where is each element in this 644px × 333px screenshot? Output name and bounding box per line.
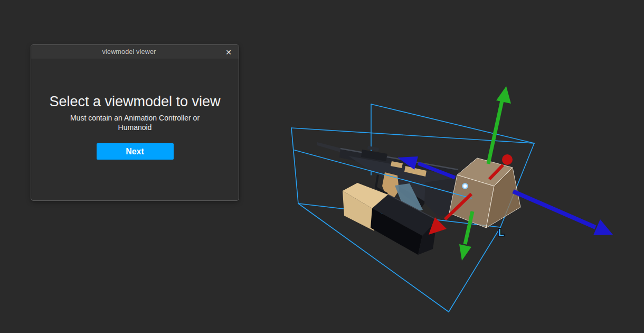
dialog-heading: Select a viewmodel to view	[49, 92, 220, 111]
pivot-indicator	[463, 184, 468, 189]
gun-sight-nub	[367, 146, 379, 151]
arrowhead-y-down	[459, 244, 471, 261]
axis-handle-label: L	[498, 227, 504, 238]
move-arrow-z-front[interactable]	[513, 191, 613, 235]
close-icon[interactable]: ✕	[222, 45, 235, 59]
dialog-titlebar[interactable]: viewmodel viewer ✕	[31, 45, 239, 59]
dialog-subtext: Must contain an Animation Controller or …	[59, 113, 212, 132]
arrowhead-y-up	[496, 86, 511, 104]
viewmodel-viewer-dialog: viewmodel viewer ✕ Select a viewmodel to…	[31, 44, 239, 201]
selected-part-cube[interactable]	[449, 158, 520, 228]
arrowhead-x-up	[502, 154, 513, 165]
arrowhead-z-front	[593, 219, 613, 235]
dialog-body: Select a viewmodel to view Must contain …	[31, 59, 239, 160]
dialog-title: viewmodel viewer	[102, 48, 168, 56]
next-button[interactable]: Next	[97, 143, 174, 160]
move-arrow-y-up[interactable]	[488, 86, 511, 164]
